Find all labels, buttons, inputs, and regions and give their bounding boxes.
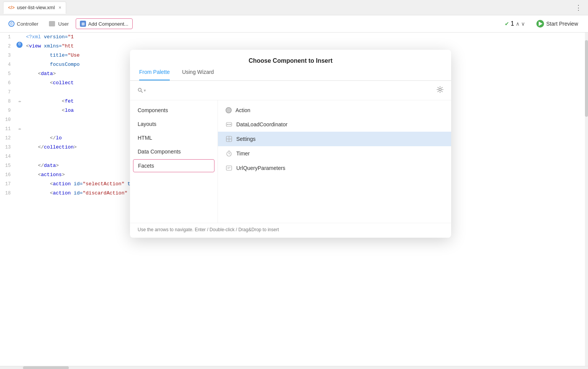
category-layouts[interactable]: Layouts xyxy=(130,117,218,131)
category-html[interactable]: HTML xyxy=(130,131,218,145)
component-settings[interactable]: Settings xyxy=(218,132,451,146)
choose-component-modal: Choose Component to Insert From Palette … xyxy=(130,50,451,238)
search-icon: ▾ xyxy=(138,88,146,93)
component-timer[interactable]: Timer xyxy=(218,146,451,161)
timer-icon xyxy=(226,150,232,157)
modal-body: Components Layouts HTML Data Components … xyxy=(130,100,451,223)
svg-point-2 xyxy=(439,88,441,91)
settings-gear-icon[interactable] xyxy=(437,86,443,95)
search-input[interactable] xyxy=(149,87,434,93)
svg-line-1 xyxy=(141,91,143,93)
svg-point-5 xyxy=(229,124,230,125)
search-dropdown-arrow[interactable]: ▾ xyxy=(144,88,146,93)
settings-icon xyxy=(226,136,232,142)
action-icon xyxy=(226,107,232,113)
modal-tabs: From Palette Using Wizard xyxy=(130,64,451,81)
svg-point-6 xyxy=(230,124,231,125)
component-action-label: Action xyxy=(236,107,250,113)
tab-using-wizard[interactable]: Using Wizard xyxy=(182,69,214,80)
svg-rect-17 xyxy=(226,166,232,170)
component-urlquery-label: UrlQueryParameters xyxy=(236,165,285,171)
modal-search-row: ▾ xyxy=(130,81,451,100)
urlquery-icon xyxy=(226,165,232,171)
component-list: Action DataLoadCoordinator xyxy=(218,100,451,223)
svg-point-0 xyxy=(138,88,141,91)
component-dataload-label: DataLoadCoordinator xyxy=(236,121,288,127)
component-settings-label: Settings xyxy=(236,136,256,142)
category-data-components[interactable]: Data Components xyxy=(130,145,218,158)
modal-footer: Use the arrows to navigate. Enter / Doub… xyxy=(130,223,451,238)
component-dataload[interactable]: DataLoadCoordinator xyxy=(218,117,451,132)
component-urlquery[interactable]: UrlQueryParameters xyxy=(218,161,451,175)
component-timer-label: Timer xyxy=(236,150,250,157)
svg-point-8 xyxy=(228,138,230,140)
tab-from-palette[interactable]: From Palette xyxy=(139,69,170,80)
dataload-icon xyxy=(226,121,232,128)
modal-title: Choose Component to Insert xyxy=(130,50,451,64)
category-facets[interactable]: Facets xyxy=(133,159,214,172)
modal-footer-text: Use the arrows to navigate. Enter / Doub… xyxy=(138,227,279,232)
component-action[interactable]: Action xyxy=(218,103,451,117)
svg-point-4 xyxy=(227,124,228,125)
category-components[interactable]: Components xyxy=(130,103,218,117)
modal-overlay: Choose Component to Insert From Palette … xyxy=(0,0,588,369)
category-list: Components Layouts HTML Data Components … xyxy=(130,100,218,223)
